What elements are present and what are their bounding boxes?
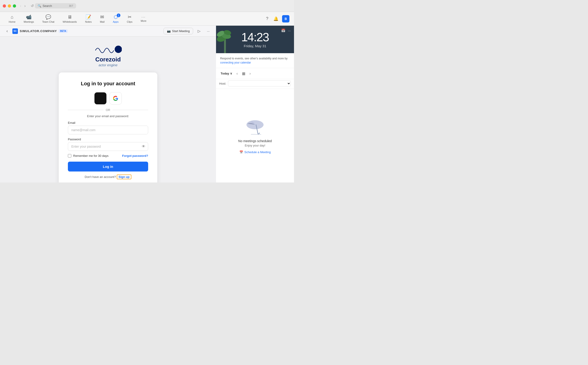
nav-item-more[interactable]: ··· More: [136, 14, 150, 24]
host-select[interactable]: [228, 80, 291, 86]
cal-prev-button[interactable]: ‹: [235, 71, 239, 77]
team-chat-icon: 💬: [45, 14, 51, 20]
nav-label-apps: Apps: [113, 21, 119, 23]
login-area: Corezoid actor engine Log in to your acc…: [0, 37, 216, 182]
maximize-button[interactable]: [13, 4, 16, 7]
nav-label-meetings: Meetings: [24, 21, 34, 23]
app-panel: ‹ SC SIMULATOR.COMPANY BETA 📷 Start Meet…: [0, 26, 216, 182]
user-avatar-button[interactable]: B: [282, 15, 290, 22]
forgot-password-link[interactable]: Forgot password?: [122, 154, 148, 157]
nav-item-whiteboards[interactable]: 🖥 Whiteboards: [58, 13, 81, 25]
calendar-info: Respond to events, see other's availabil…: [216, 53, 294, 68]
nav-item-mail[interactable]: ✉ Mail: [96, 13, 109, 25]
schedule-meeting-icon: 📅: [239, 150, 243, 154]
remember-text: Remember me for 30 days: [73, 154, 108, 157]
nav-label-team-chat: Team Chat: [42, 21, 54, 23]
nav-right: ? 🔔 B: [265, 15, 290, 23]
enjoy-text: Enjoy your day!: [238, 144, 272, 147]
mail-icon: ✉: [100, 14, 104, 20]
nav-item-home[interactable]: ⌂ Home: [5, 13, 20, 25]
help-button[interactable]: ?: [265, 15, 270, 22]
main-nav: ⌂ Home 📹 Meetings 💬 Team Chat 🖥 Whiteboa…: [0, 12, 294, 26]
notifications-button[interactable]: 🔔: [272, 15, 280, 23]
video-camera-icon: 📷: [167, 29, 171, 33]
cal-calendar-icon-btn[interactable]: 📅: [281, 28, 285, 33]
email-label: Email: [68, 121, 148, 125]
beta-badge: BETA: [59, 29, 67, 33]
email-group: Email: [68, 121, 148, 134]
schedule-meeting-label: Schedule a Meeting: [244, 150, 271, 154]
beach-umbrella-icon: [245, 118, 265, 136]
no-meetings-text: No meetings scheduled Enjoy your day!: [238, 139, 272, 147]
app-topbar: ‹ SC SIMULATOR.COMPANY BETA 📷 Start Meet…: [0, 26, 216, 37]
google-icon: [113, 96, 118, 101]
title-bar: ‹ › ↺ 🔍 Search ⌘F: [0, 0, 294, 12]
connect-calendar-link[interactable]: connecting your calendar: [220, 61, 251, 64]
password-label: Password: [68, 138, 148, 141]
whiteboards-icon: 🖥: [67, 14, 72, 20]
home-icon: ⌂: [11, 14, 14, 20]
email-input[interactable]: [68, 126, 148, 134]
plant-decoration: [216, 26, 234, 53]
svg-rect-1: [224, 39, 226, 53]
nav-item-notes[interactable]: 📝 Notes: [81, 13, 96, 25]
nav-item-apps[interactable]: 1 ⬡ Apps: [109, 13, 123, 25]
today-dropdown-button[interactable]: Today ∨: [219, 71, 234, 76]
nav-label-whiteboards: Whiteboards: [63, 21, 77, 23]
traffic-lights: [3, 4, 16, 7]
start-meeting-button[interactable]: 📷 Start Meeting: [163, 28, 193, 34]
toggle-password-button[interactable]: 👁: [142, 144, 145, 148]
calendar-controls: Today ∨ ‹ ▦ ›: [216, 68, 294, 79]
calendar-date: Friday, May 31: [244, 44, 266, 48]
notes-icon: 📝: [85, 14, 91, 20]
search-icon: 🔍: [38, 4, 41, 7]
remember-label[interactable]: Remember me for 30 days: [68, 154, 108, 157]
back-nav-button[interactable]: ‹: [19, 3, 22, 8]
logo-wave-icon: [94, 43, 122, 55]
cal-next-button[interactable]: ›: [248, 71, 252, 77]
refresh-button[interactable]: ↺: [30, 3, 35, 8]
apple-sso-button[interactable]: [94, 92, 107, 105]
forward-nav-button[interactable]: ›: [23, 3, 27, 8]
google-sso-button[interactable]: [109, 92, 122, 105]
cal-grid-view-button[interactable]: ▦: [241, 70, 247, 77]
dropdown-chevron-icon: ∨: [230, 72, 232, 75]
host-label: Host:: [219, 82, 226, 85]
or-line-left: [68, 110, 103, 110]
more-icon: ···: [142, 15, 146, 19]
close-button[interactable]: [3, 4, 6, 7]
signup-link[interactable]: Sign up: [117, 175, 131, 179]
plant-icon: [216, 26, 234, 53]
remember-checkbox[interactable]: [68, 154, 71, 157]
login-button[interactable]: Log in: [68, 162, 148, 171]
cal-more-btn[interactable]: ···: [288, 28, 291, 33]
nav-label-more: More: [141, 20, 146, 22]
nav-item-clips[interactable]: ✂ Clips: [123, 13, 136, 25]
start-meeting-label: Start Meeting: [172, 29, 190, 33]
or-divider: OR: [68, 108, 148, 112]
brand-name: SIMULATOR.COMPANY: [20, 29, 57, 33]
nav-item-team-chat[interactable]: 💬 Team Chat: [38, 13, 58, 25]
brand-icon: SC: [12, 28, 18, 34]
logo-subtitle: actor engine: [94, 63, 122, 67]
schedule-meeting-link[interactable]: 📅 Schedule a Meeting: [239, 150, 271, 154]
app-logo: Corezoid actor engine: [94, 43, 122, 67]
more-options-button[interactable]: ···: [205, 28, 212, 34]
signup-prompt: Don't have an account?: [85, 175, 116, 179]
calendar-time: 14:23: [241, 31, 269, 43]
search-bar[interactable]: 🔍 Search ⌘F: [35, 3, 76, 8]
calendar-panel: 📅 ··· 14:23 Friday, May 31 Respond to ev…: [216, 26, 294, 182]
email-prompt: Enter your email and password:: [68, 114, 148, 118]
minimize-button[interactable]: [8, 4, 11, 7]
login-title: Log in to your account: [68, 81, 148, 87]
filter-button[interactable]: ▷: [196, 28, 202, 34]
app-back-button[interactable]: ‹: [5, 28, 10, 34]
app-brand: SC SIMULATOR.COMPANY BETA: [12, 28, 68, 34]
nav-item-meetings[interactable]: 📹 Meetings: [20, 13, 38, 25]
cal-header-icons: 📅 ···: [281, 28, 291, 33]
cal-info-text: Respond to events, see other's availabil…: [220, 57, 288, 60]
password-input[interactable]: [68, 142, 148, 151]
content-area: ‹ SC SIMULATOR.COMPANY BETA 📷 Start Meet…: [0, 26, 294, 182]
nav-label-home: Home: [9, 21, 15, 23]
calendar-body: Respond to events, see other's availabil…: [216, 53, 294, 182]
